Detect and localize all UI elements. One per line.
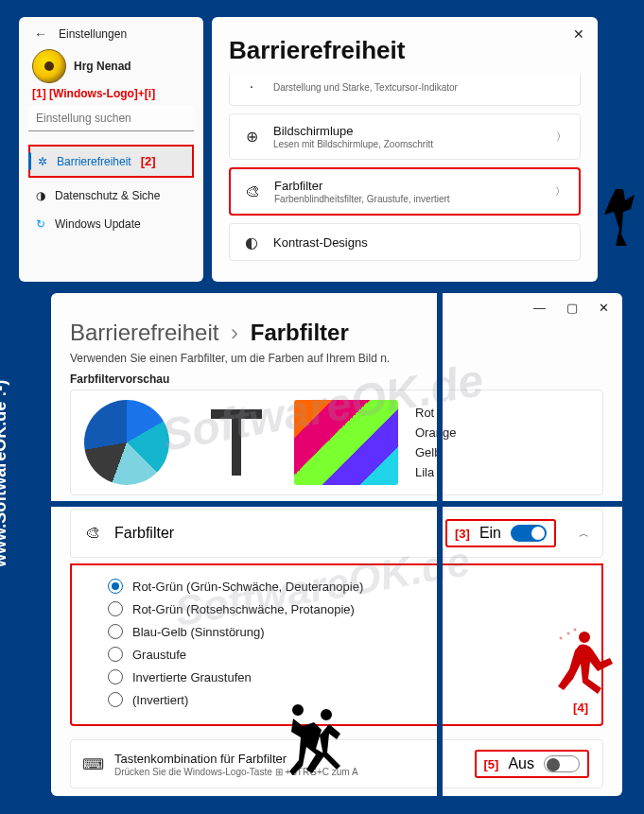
radio-icon <box>108 579 123 594</box>
pie-chart-preview-icon <box>84 400 169 485</box>
nav-accessibility-label: Barrierefreiheit <box>57 155 131 168</box>
radio-icon <box>108 601 123 616</box>
colorfilter-row-title: Farbfilter <box>114 525 174 542</box>
toggle-on-label: Ein <box>479 525 501 542</box>
card-colorfilter-title: Farbfilter <box>274 179 542 193</box>
accessibility-page: ✕ Barrierefreiheit · Darstellung und Sta… <box>212 17 598 282</box>
card-contrast[interactable]: ◐ Kontrast-Designs <box>229 223 581 261</box>
nav-windows-update[interactable]: ↻ Windows Update <box>28 210 194 238</box>
card-colorfilter-sub: Farbenblindheitsfilter, Graustufe, inver… <box>274 194 542 204</box>
radio-icon <box>108 669 123 684</box>
colorfilter-toggle-row: 🎨︎ Farbfilter [3] Ein ︿ <box>70 509 603 558</box>
annotation-1: [1] [Windows-Logo]+[i] <box>32 87 194 100</box>
magnifier-icon: ⊕ <box>243 129 260 146</box>
watermark-side: www.SoftwareOK.de :-) <box>0 380 10 567</box>
card-textcursor[interactable]: · Darstellung und Starke, Textcursor-Ind… <box>229 75 581 106</box>
radio-label: Rot-Grün (Grün-Schwäche, Deuteranopie) <box>132 580 363 594</box>
nav-update-label: Windows Update <box>55 217 141 231</box>
keyboard-icon: ⌨ <box>84 755 101 772</box>
radio-label: Blau-Gelb (Sinnstörung) <box>132 625 264 639</box>
radio-inverted[interactable]: (Invertiert) <box>108 688 588 711</box>
shortcut-toggle[interactable] <box>544 755 580 772</box>
t-shape-icon <box>232 409 241 476</box>
radio-deuteranopia[interactable]: Rot-Grün (Grün-Schwäche, Deuteranopie) <box>108 575 588 598</box>
radio-icon <box>108 647 123 662</box>
annotation-3: [3] <box>455 527 470 541</box>
user-name: Hrg Nenad <box>74 60 131 73</box>
radio-grayscale[interactable]: Graustufe <box>108 643 588 666</box>
breadcrumb-current: Farbfilter <box>251 320 349 345</box>
toggle-off-label: Aus <box>508 755 534 772</box>
color-list: Rot Orange Gelb Lila <box>415 406 456 479</box>
minimize-button[interactable]: — <box>533 301 546 315</box>
settings-sidebar-window: ← Einstellungen Hrg Nenad [1] [Windows-L… <box>19 17 203 282</box>
annotation-2: [2] <box>141 154 156 168</box>
user-account-row[interactable]: Hrg Nenad <box>32 49 194 83</box>
breadcrumb: Barrierefreiheit › Farbfilter <box>70 320 603 346</box>
radio-label: Invertierte Graustufen <box>132 670 252 684</box>
shortcut-toggle-row: ⌨ Tastenkombination für Farbfilter Drück… <box>70 739 603 788</box>
chevron-right-icon: 〉 <box>556 130 566 144</box>
back-arrow-icon[interactable]: ← <box>34 26 47 42</box>
color-preview-box: Rot Orange Gelb Lila <box>70 390 603 495</box>
color-red: Rot <box>415 406 456 420</box>
radio-inverted-grayscale[interactable]: Invertierte Graustufen <box>108 666 588 688</box>
radio-label: (Invertiert) <box>132 693 188 707</box>
privacy-icon: ◑ <box>34 189 47 202</box>
colorfilter-window: — ▢ ✕ Barrierefreiheit › Farbfilter Verw… <box>51 293 622 796</box>
nav-privacy[interactable]: ◑ Datenschutz & Siche <box>28 182 194 210</box>
close-button[interactable]: ✕ <box>573 26 584 42</box>
card-textcursor-sub: Darstellung und Starke, Textcursor-Indik… <box>273 82 566 93</box>
decorative-silhouette-icon <box>600 189 638 246</box>
shortcut-title: Tastenkombination für Farbfilter <box>114 752 461 766</box>
filter-options-group: Rot-Grün (Grün-Schwäche, Deuteranopie) R… <box>70 563 603 726</box>
palette-icon: 🎨︎ <box>84 525 101 542</box>
colorfilter-toggle[interactable] <box>511 525 547 542</box>
palette-icon: 🎨︎ <box>244 183 261 200</box>
search-input[interactable] <box>28 106 194 131</box>
radio-icon <box>108 624 123 639</box>
annotation-4: [4] <box>573 701 588 715</box>
nav-accessibility[interactable]: ✲ Barrierefreiheit [2] <box>30 147 192 176</box>
chevron-right-icon: 〉 <box>555 184 566 199</box>
annotation-5: [5] <box>484 757 499 771</box>
chevron-right-icon: › <box>231 320 238 345</box>
radio-protanopia[interactable]: Rot-Grün (Rotsehschwäche, Protanopie) <box>108 598 588 620</box>
card-colorfilter[interactable]: 🎨︎ Farbfilter Farbenblindheitsfilter, Gr… <box>229 167 581 216</box>
color-yellow: Gelb <box>415 445 456 459</box>
card-contrast-title: Kontrast-Designs <box>273 235 566 250</box>
card-magnifier[interactable]: ⊕ Bildschirmlupe Lesen mit Bildschirmlup… <box>229 113 581 160</box>
chevron-up-icon[interactable]: ︿ <box>579 527 589 541</box>
page-title: Barrierefreiheit <box>229 36 581 65</box>
card-magnifier-sub: Lesen mit Bildschirmlupe, Zoomschritt <box>273 139 543 149</box>
color-orange: Orange <box>415 425 456 440</box>
contrast-icon: ◐ <box>243 234 260 251</box>
update-icon: ↻ <box>34 217 47 231</box>
textcursor-icon: · <box>243 78 260 95</box>
radio-icon <box>108 692 123 707</box>
flower-image-icon <box>294 400 398 485</box>
radio-label: Graustufe <box>132 648 186 662</box>
nav-privacy-label: Datenschutz & Siche <box>55 189 160 202</box>
radio-tritanopia[interactable]: Blau-Gelb (Sinnstörung) <box>108 620 588 643</box>
page-subtitle: Verwenden Sie einen Farbfilter, um die F… <box>70 352 603 365</box>
settings-title: Einstellungen <box>59 27 127 41</box>
preview-label: Farbfiltervorschau <box>70 372 603 386</box>
color-purple: Lila <box>415 465 456 479</box>
accessibility-icon: ✲ <box>36 155 49 168</box>
shortcut-sub: Drücken Sie die Windows-Logo-Taste ⊞ +ST… <box>114 767 461 777</box>
breadcrumb-parent[interactable]: Barrierefreiheit <box>70 320 218 345</box>
avatar-sunflower-icon <box>32 49 66 83</box>
close-button[interactable]: ✕ <box>599 301 609 315</box>
card-magnifier-title: Bildschirmlupe <box>273 124 543 138</box>
radio-label: Rot-Grün (Rotsehschwäche, Protanopie) <box>132 602 355 616</box>
maximize-button[interactable]: ▢ <box>566 301 578 315</box>
